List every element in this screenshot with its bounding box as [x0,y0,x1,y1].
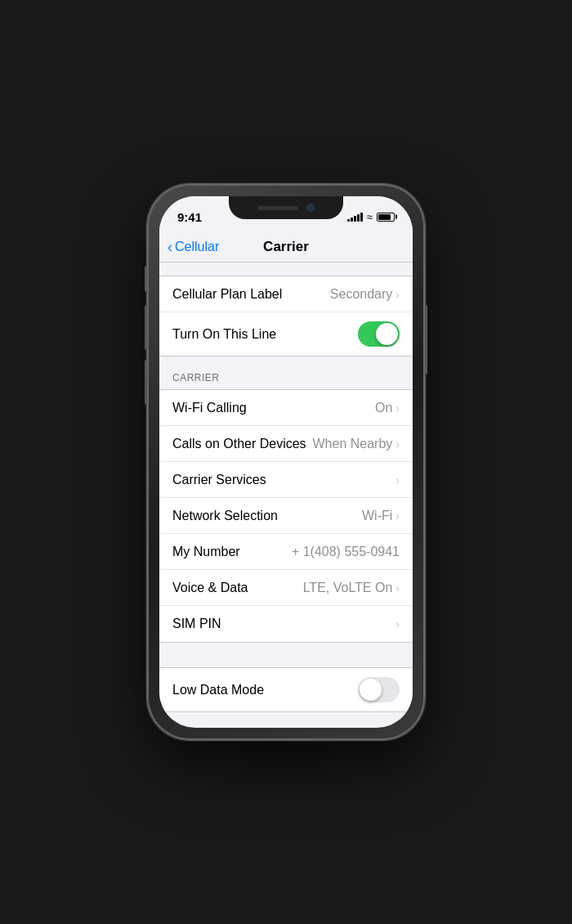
sim-pin-label: SIM PIN [172,617,221,631]
sim-pin-item[interactable]: SIM PIN › [159,606,413,642]
turn-on-line-label: Turn On This Line [172,327,276,342]
cellular-plan-label-value: Secondary › [330,287,400,302]
calls-other-devices-item[interactable]: Calls on Other Devices When Nearby › [159,426,413,462]
chevron-right-icon: › [395,581,400,594]
back-button[interactable]: ‹ Cellular [168,239,219,256]
top-spacer [159,262,413,276]
cellular-plan-label-text: Cellular Plan Label [172,287,282,302]
cellular-plan-label-item[interactable]: Cellular Plan Label Secondary › [159,276,413,312]
carrier-services-item[interactable]: Carrier Services › [159,462,413,498]
carrier-services-value: › [395,473,400,487]
network-selection-value: Wi-Fi › [362,509,400,523]
battery-icon [377,213,395,222]
wifi-calling-item[interactable]: Wi-Fi Calling On › [159,390,413,426]
carrier-services-label: Carrier Services [172,473,266,487]
low-data-description: Low Data Mode helps apps on your iPhone … [159,712,413,720]
camera [306,204,315,212]
my-number-value: + 1(408) 555-0941 [292,545,400,559]
back-label: Cellular [175,240,219,254]
carrier-section-header: CARRIER [159,357,413,389]
chevron-right-icon: › [395,473,400,487]
toggle-knob [360,679,382,701]
sim-pin-value: › [395,617,400,630]
nav-bar: ‹ Cellular Carrier [159,232,413,262]
carrier-settings-group: Wi-Fi Calling On › Calls on Other Device… [159,389,413,643]
speaker [257,206,298,210]
chevron-right-icon: › [395,401,400,415]
voice-data-value-text: LTE, VoLTE On [303,581,393,595]
turn-on-line-toggle[interactable] [358,321,400,347]
phone-screen: 9:41 ≈ ‹ Cellular Carrie [159,196,413,728]
back-chevron-icon: ‹ [168,239,172,256]
wifi-calling-value: On › [375,401,400,415]
network-selection-value-text: Wi-Fi [362,509,392,523]
chevron-right-icon: › [395,509,400,523]
scroll-content[interactable]: Cellular Plan Label Secondary › Turn On … [159,262,413,720]
toggle-knob [376,323,398,345]
page-title: Carrier [263,239,309,255]
my-number-value-text: + 1(408) 555-0941 [292,545,400,559]
calls-other-devices-label: Calls on Other Devices [172,437,306,451]
low-data-mode-toggle[interactable] [358,677,400,702]
cellular-plan-label-value-text: Secondary [330,287,393,302]
power-button[interactable] [425,305,427,375]
top-settings-group: Cellular Plan Label Secondary › Turn On … [159,276,413,357]
calls-other-devices-value: When Nearby › [313,437,400,451]
volume-down-button[interactable] [145,360,147,405]
my-number-label: My Number [172,545,240,559]
calls-other-devices-value-text: When Nearby [313,437,393,451]
wifi-calling-value-text: On [375,401,392,415]
notch [229,196,343,219]
low-data-mode-label: Low Data Mode [172,683,264,697]
wifi-calling-label: Wi-Fi Calling [172,401,247,415]
wifi-icon: ≈ [367,211,373,223]
chevron-right-icon: › [395,288,400,301]
signal-icon [347,213,363,222]
status-time: 9:41 [177,210,202,224]
chevron-right-icon: › [395,437,400,451]
low-data-mode-item[interactable]: Low Data Mode [159,668,413,711]
status-icons: ≈ [347,211,395,223]
network-selection-item[interactable]: Network Selection Wi-Fi › [159,498,413,534]
carrier-section-label: CARRIER [172,372,220,384]
mid-spacer [159,643,413,667]
voice-data-item[interactable]: Voice & Data LTE, VoLTE On › [159,570,413,606]
turn-on-line-item[interactable]: Turn On This Line [159,312,413,356]
chevron-right-icon: › [395,617,400,630]
my-number-item: My Number + 1(408) 555-0941 [159,534,413,570]
volume-up-button[interactable] [145,305,147,350]
voice-data-label: Voice & Data [172,581,248,595]
mute-button[interactable] [145,266,147,292]
network-selection-label: Network Selection [172,509,278,523]
voice-data-value: LTE, VoLTE On › [303,581,400,595]
data-mode-group: Low Data Mode [159,667,413,712]
phone-frame: 9:41 ≈ ‹ Cellular Carrie [147,184,425,740]
